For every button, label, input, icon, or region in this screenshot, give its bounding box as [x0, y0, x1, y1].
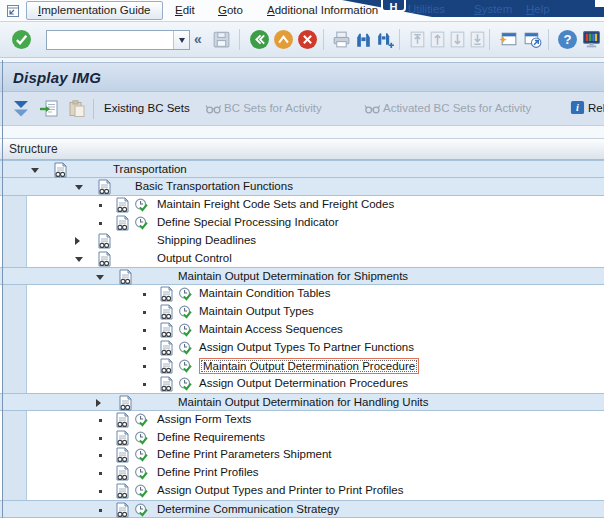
- tree-node[interactable]: Assign Output Types and Printer to Print…: [0, 482, 604, 500]
- tree-node-label[interactable]: Assign Output Types To Partner Functions: [199, 339, 414, 357]
- documentation-icon[interactable]: [115, 412, 130, 428]
- documentation-icon[interactable]: [115, 465, 130, 481]
- documentation-icon[interactable]: [159, 340, 174, 356]
- tree-node-label[interactable]: Maintain Output Types: [199, 303, 314, 321]
- menu-edit[interactable]: Edit: [175, 4, 195, 16]
- tree-node-label[interactable]: Define Print Profiles: [157, 464, 259, 482]
- tree-node-label[interactable]: Maintain Freight Code Sets and Freight C…: [157, 196, 394, 214]
- img-activity-icon[interactable]: [134, 197, 149, 213]
- documentation-icon[interactable]: [115, 502, 130, 518]
- bc-sets-for-activity-button[interactable]: BC Sets for Activity: [224, 102, 322, 114]
- menu-goto[interactable]: Goto: [218, 4, 243, 16]
- collapse-node-icon[interactable]: [31, 168, 39, 173]
- tree-node-label[interactable]: Define Print Parameters Shipment: [157, 446, 332, 464]
- find-icon[interactable]: [353, 29, 374, 50]
- img-activity-icon[interactable]: [178, 376, 193, 392]
- tree-node-label[interactable]: Maintain Condition Tables: [199, 285, 330, 303]
- save-icon[interactable]: [211, 29, 232, 50]
- activated-bc-sets-for-activity-button[interactable]: Activated BC Sets for Activity: [383, 102, 531, 114]
- documentation-icon[interactable]: [115, 430, 130, 446]
- create-shortcut-icon[interactable]: [522, 29, 543, 50]
- new-session-icon[interactable]: [498, 29, 519, 50]
- tree-node-label[interactable]: Define Requirements: [157, 429, 265, 447]
- tree-node[interactable]: Assign Output Determination Procedures: [0, 375, 604, 393]
- img-activity-icon[interactable]: [134, 430, 149, 446]
- expand-node-icon[interactable]: [96, 399, 101, 407]
- img-activity-icon[interactable]: [134, 215, 149, 231]
- tree-node-label[interactable]: Output Control: [157, 250, 232, 268]
- collapse-node-icon[interactable]: [75, 257, 83, 262]
- img-activity-icon[interactable]: [134, 412, 149, 428]
- documentation-icon[interactable]: [118, 395, 133, 411]
- documentation-icon[interactable]: [159, 286, 174, 302]
- tree-node[interactable]: Define Print Parameters Shipment: [0, 446, 604, 464]
- menu-system[interactable]: System: [474, 3, 512, 15]
- documentation-icon[interactable]: [115, 215, 130, 231]
- tree-node[interactable]: Maintain Access Sequences: [0, 321, 604, 339]
- release-notes-button[interactable]: Release: [588, 102, 604, 114]
- tree-node-label[interactable]: Define Special Processing Indicator: [157, 214, 339, 232]
- tree-node-label[interactable]: Shipping Deadlines: [157, 232, 256, 250]
- paste-icon[interactable]: [66, 98, 88, 120]
- back-icon[interactable]: [249, 29, 270, 50]
- tree-node-label[interactable]: Assign Output Determination Procedures: [199, 375, 408, 393]
- tree-node-label[interactable]: Basic Transportation Functions: [135, 178, 293, 196]
- customize-layout-icon[interactable]: [581, 29, 602, 50]
- img-activity-icon[interactable]: [178, 304, 193, 320]
- documentation-icon[interactable]: [118, 269, 133, 285]
- double-chevron-down-icon[interactable]: [10, 98, 32, 120]
- previous-page-icon[interactable]: [427, 29, 448, 50]
- documentation-icon[interactable]: [159, 322, 174, 338]
- menu-utilities[interactable]: Utilities: [408, 3, 445, 15]
- cancel-icon[interactable]: [297, 29, 318, 50]
- documentation-icon[interactable]: [97, 179, 112, 195]
- tree-node[interactable]: Maintain Output Determination Procedure: [0, 357, 604, 375]
- tree-node[interactable]: Maintain Output Determination for Shipme…: [0, 267, 604, 285]
- documentation-icon[interactable]: [159, 358, 174, 374]
- tree-node[interactable]: Output Control: [0, 250, 604, 268]
- print-icon[interactable]: [331, 29, 352, 50]
- tree-node[interactable]: Assign Output Types To Partner Functions: [0, 339, 604, 357]
- img-activity-icon[interactable]: [134, 447, 149, 463]
- tree-node-label[interactable]: Transportation: [113, 161, 187, 179]
- last-page-icon[interactable]: [467, 29, 488, 50]
- img-activity-icon[interactable]: [134, 465, 149, 481]
- collapse-field-icon[interactable]: «: [194, 31, 202, 47]
- tree-node[interactable]: Shipping Deadlines: [0, 232, 604, 250]
- img-activity-icon[interactable]: [178, 286, 193, 302]
- tree-node[interactable]: Define Print Profiles: [0, 464, 604, 482]
- command-dropdown-icon[interactable]: [173, 31, 189, 49]
- tree-node-label[interactable]: Assign Form Texts: [157, 411, 251, 429]
- tree-node[interactable]: Basic Transportation Functions: [0, 178, 604, 196]
- img-activity-icon[interactable]: [134, 502, 149, 518]
- help-icon[interactable]: ?: [557, 29, 578, 50]
- display-bc-sets-icon[interactable]: [38, 98, 60, 120]
- first-page-icon[interactable]: [407, 29, 428, 50]
- tree-node-label[interactable]: Maintain Output Determination Procedure: [199, 358, 419, 375]
- tree-node[interactable]: Maintain Output Types: [0, 303, 604, 321]
- exit-icon[interactable]: [273, 29, 294, 50]
- documentation-icon[interactable]: [97, 233, 112, 249]
- documentation-icon[interactable]: [115, 447, 130, 463]
- menu-implementation-guide[interactable]: Implementation Guide: [26, 1, 163, 20]
- continue-icon[interactable]: [11, 29, 32, 50]
- documentation-icon[interactable]: [97, 251, 112, 267]
- tree-node[interactable]: Determine Communication Strategy: [0, 500, 604, 518]
- existing-bc-sets-button[interactable]: Existing BC Sets: [104, 102, 190, 114]
- img-activity-icon[interactable]: [178, 358, 193, 374]
- tree-node[interactable]: Define Requirements: [0, 429, 604, 447]
- img-activity-icon[interactable]: [178, 340, 193, 356]
- expand-node-icon[interactable]: [75, 237, 80, 245]
- next-page-icon[interactable]: [447, 29, 468, 50]
- img-activity-icon[interactable]: [178, 322, 193, 338]
- tree-node-label[interactable]: Maintain Output Determination for Shipme…: [178, 268, 408, 286]
- command-field[interactable]: [47, 31, 173, 49]
- documentation-icon[interactable]: [115, 197, 130, 213]
- sap-screen-icon[interactable]: [5, 3, 21, 19]
- tree-node[interactable]: Define Special Processing Indicator: [0, 214, 604, 232]
- tree-node[interactable]: Maintain Condition Tables: [0, 285, 604, 303]
- tree-node[interactable]: Maintain Output Determination for Handli…: [0, 393, 604, 411]
- documentation-icon[interactable]: [159, 376, 174, 392]
- tree-node[interactable]: Assign Form Texts: [0, 411, 604, 429]
- tree-node-label[interactable]: Maintain Output Determination for Handli…: [178, 394, 429, 412]
